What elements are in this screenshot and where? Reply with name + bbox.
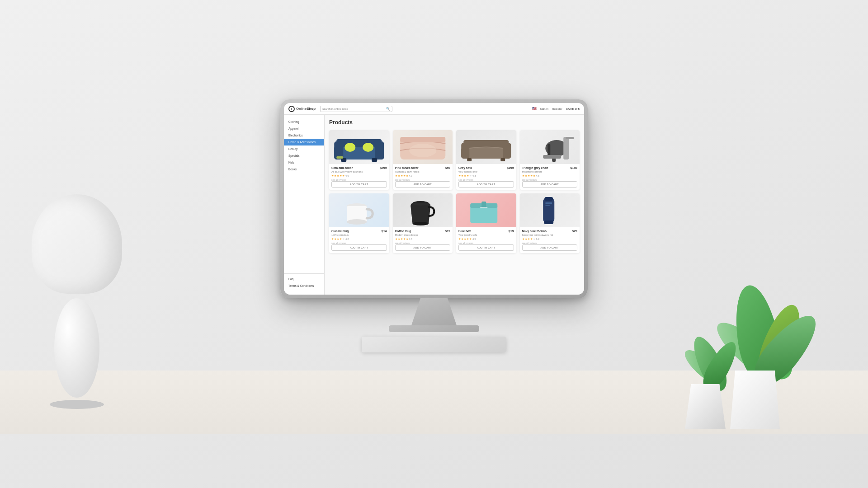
star-5: ★: [406, 237, 408, 240]
star-3: ★: [528, 237, 530, 240]
plant-decoration-small: [669, 316, 741, 429]
rating-num: 4.3: [472, 174, 476, 177]
add-to-cart-classic-mug[interactable]: ADD TO CART: [331, 244, 387, 251]
svg-rect-23: [566, 137, 574, 139]
product-info-pink-duvet: Pink duvet cover $59 Fashion & cozy nord…: [393, 164, 453, 190]
search-icon: 🔍: [386, 107, 390, 111]
app-body: Clothing Apparel Electronics Home & Acce…: [284, 115, 584, 295]
product-name-price-classic-mug: Classic mug $14: [331, 230, 387, 233]
star-2: ★: [525, 174, 527, 177]
sidebar-footer: Faq Terms & Conditions: [284, 273, 324, 291]
sidebar-item-beauty[interactable]: Beauty: [284, 145, 324, 152]
svg-rect-34: [543, 198, 554, 223]
product-name-price-coffee-mug: Coffee mug $19: [395, 230, 451, 233]
coffee-mug-svg: [393, 193, 453, 227]
svg-rect-10: [400, 137, 445, 142]
star-1: ★: [522, 174, 524, 177]
star-2: ★: [398, 174, 400, 177]
sidebar-item-faq[interactable]: Faq: [284, 276, 324, 282]
add-to-cart-sofa-couch[interactable]: ADD TO CART: [331, 181, 387, 188]
sidebar-item-terms[interactable]: Terms & Conditions: [284, 282, 324, 289]
star-1: ★: [458, 174, 461, 177]
product-image-pink-duvet: [393, 130, 453, 164]
svg-rect-33: [480, 207, 487, 208]
star-4: ★: [530, 237, 533, 240]
star-5: ★: [533, 174, 535, 177]
star-4: ★: [403, 237, 406, 240]
add-to-cart-grey-sofa[interactable]: ADD TO CART: [458, 181, 514, 188]
sidebar-item-books[interactable]: Books: [284, 166, 324, 173]
monitor-outer: ● OnlineShop 🔍 🇺🇸 Sign In: [280, 99, 588, 298]
sidebar-item-kids[interactable]: Kids: [284, 159, 324, 166]
monitor-screen: ● OnlineShop 🔍 🇺🇸 Sign In: [284, 103, 584, 295]
product-name-sofa-couch: Sofa and couch: [331, 166, 353, 169]
star-3: ★: [337, 237, 339, 240]
product-price-triangle-chair: $149: [570, 166, 577, 169]
scene: ● OnlineShop 🔍 🇺🇸 Sign In: [0, 0, 868, 488]
rating-num: 4.5: [472, 238, 476, 240]
star-4: ★: [530, 174, 533, 177]
star-2: ★: [525, 237, 527, 240]
sidebar: Clothing Apparel Electronics Home & Acce…: [284, 115, 325, 295]
product-price-pink-duvet: $59: [445, 166, 450, 169]
sofa-couch-svg: [329, 130, 389, 164]
search-bar[interactable]: 🔍: [320, 106, 392, 112]
sidebar-item-home[interactable]: Home & Accessories: [284, 139, 324, 145]
add-to-cart-triangle-chair[interactable]: ADD TO CART: [522, 181, 578, 188]
add-to-cart-pink-duvet[interactable]: ADD TO CART: [395, 181, 451, 188]
product-price-blue-box: $19: [509, 230, 514, 233]
monitor-base: [389, 325, 479, 332]
signin-link[interactable]: Sign In: [540, 108, 549, 110]
sidebar-item-apparel[interactable]: Apparel: [284, 125, 324, 132]
product-stars-navy-thermo: ★ ★ ★ ★ ★ 3.9: [522, 237, 578, 240]
logo-text: OnlineShop: [296, 107, 316, 111]
product-info-triangle-chair: Triangle grey chair $149 Maximum comfort…: [520, 164, 580, 190]
add-to-cart-coffee-mug[interactable]: ADD TO CART: [395, 244, 451, 251]
logo-text-shop: Shop: [307, 107, 316, 111]
star-5: ★: [469, 237, 472, 240]
sidebar-item-electronics[interactable]: Electronics: [284, 132, 324, 139]
sidebar-item-clothing[interactable]: Clothing: [284, 118, 324, 125]
product-info-navy-thermo: Navy blue thermo $29 Keep your drinks al…: [520, 227, 580, 253]
star-4: ★: [340, 174, 342, 177]
monitor-wrapper: ● OnlineShop 🔍 🇺🇸 Sign In: [280, 99, 588, 352]
product-name-price-navy-thermo: Navy blue thermo $29: [522, 230, 578, 233]
register-link[interactable]: Register: [552, 108, 562, 110]
add-to-cart-blue-box[interactable]: ADD TO CART: [458, 244, 514, 251]
star-5: ★: [533, 237, 535, 240]
blue-box-svg: [456, 193, 516, 227]
product-stars-pink-duvet: ★ ★ ★ ★ ★ 4.7: [395, 174, 451, 177]
star-2: ★: [461, 237, 463, 240]
product-info-sofa-couch: Sofa and couch $299 All blue with yellow…: [329, 164, 389, 190]
product-name-price-blue-box: Blue box $19: [458, 230, 514, 233]
add-to-cart-navy-thermo[interactable]: ADD TO CART: [522, 244, 578, 251]
product-card-coffee-mug: Coffee mug $19 Modern sleek design ★ ★ ★: [393, 193, 453, 253]
sidebar-item-specials[interactable]: Specials: [284, 152, 324, 159]
svg-rect-37: [545, 202, 552, 204]
product-image-triangle-chair: [520, 130, 580, 164]
product-desc-coffee-mug: Modern sleek design: [395, 234, 451, 236]
product-stars-coffee-mug: ★ ★ ★ ★ ★ 4.8: [395, 237, 451, 240]
svg-rect-35: [544, 197, 553, 201]
product-name-triangle-chair: Triangle grey chair: [522, 166, 548, 169]
product-name-price-sofa: Sofa and couch $299: [331, 166, 387, 169]
star-2: ★: [398, 237, 400, 240]
product-desc-blue-box: Your jewelry safe: [458, 234, 514, 236]
product-image-coffee-mug: [393, 193, 453, 227]
star-3: ★: [337, 174, 339, 177]
page-title: Products: [329, 119, 580, 126]
product-card-sofa-couch: Sofa and couch $299 All blue with yellow…: [329, 130, 389, 190]
svg-rect-21: [543, 155, 561, 159]
search-input[interactable]: [322, 108, 385, 110]
star-5: ★: [406, 174, 408, 177]
star-3: ★: [528, 174, 530, 177]
small-vase: [685, 384, 726, 429]
rating-num: 4.6: [345, 174, 349, 177]
svg-rect-3: [336, 139, 382, 147]
cart-info[interactable]: CART: of 5: [566, 108, 580, 110]
svg-rect-7: [372, 158, 377, 162]
lamp-shade: [32, 194, 122, 294]
logo-icon: ●: [288, 106, 295, 112]
product-card-triangle-chair: Triangle grey chair $149 Maximum comfort…: [520, 130, 580, 190]
product-image-navy-thermo: [520, 193, 580, 227]
